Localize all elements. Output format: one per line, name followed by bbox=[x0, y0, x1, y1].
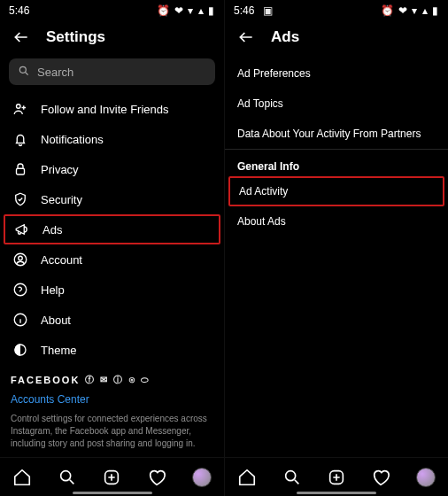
svg-point-1 bbox=[17, 105, 21, 109]
sidebar-item-about[interactable]: About bbox=[0, 305, 224, 335]
status-time: 5:46 bbox=[9, 4, 29, 17]
settings-list: Follow and Invite Friends Notifications … bbox=[0, 94, 224, 457]
back-icon[interactable] bbox=[12, 28, 30, 46]
item-label: Account bbox=[41, 253, 82, 267]
statusbar: 5:46 ⏰ ❤ ▾ ▴ ▮ bbox=[0, 0, 224, 21]
theme-icon bbox=[12, 342, 28, 358]
sidebar-item-account[interactable]: Account bbox=[0, 244, 224, 275]
back-icon[interactable] bbox=[237, 28, 255, 46]
svg-point-10 bbox=[285, 470, 295, 480]
item-label: Help bbox=[41, 283, 65, 297]
profile-avatar[interactable] bbox=[416, 468, 436, 487]
item-label: Security bbox=[41, 193, 82, 206]
svg-point-0 bbox=[19, 66, 26, 73]
home-icon[interactable] bbox=[237, 468, 257, 487]
sidebar-item-theme[interactable]: Theme bbox=[0, 335, 224, 365]
user-circle-icon bbox=[12, 252, 28, 267]
brand-text: FACEBOOK bbox=[11, 375, 80, 385]
general-info-label: General Info bbox=[225, 150, 448, 176]
info-icon bbox=[12, 312, 28, 328]
sidebar-item-notifications[interactable]: Notifications bbox=[0, 124, 224, 154]
search-icon bbox=[18, 65, 30, 80]
status-icons: ⏰ ❤ ▾ ▴ ▮ bbox=[157, 4, 215, 17]
ads-item-topics[interactable]: Ad Topics bbox=[225, 89, 448, 119]
brand-app-icons: ⓕ ✉ ⓘ ⊙ ⬭ bbox=[85, 374, 151, 386]
ads-item-about[interactable]: About Ads bbox=[225, 206, 448, 236]
ads-item-preferences[interactable]: Ad Preferences bbox=[225, 58, 448, 89]
sidebar-item-privacy[interactable]: Privacy bbox=[0, 154, 224, 184]
ad-prefs-list: Ad Preferences Ad Topics Data About Your… bbox=[225, 55, 448, 150]
home-indicator bbox=[73, 492, 152, 494]
item-label: Ads bbox=[42, 223, 62, 236]
accounts-desc: Control settings for connected experienc… bbox=[0, 409, 224, 457]
ads-screen: 5:46 ▣ ⏰ ❤ ▾ ▴ ▮ Ads Ad Preferences Ad T… bbox=[224, 0, 448, 496]
home-icon[interactable] bbox=[12, 468, 32, 487]
footer-brand: FACEBOOK ⓕ ✉ ⓘ ⊙ ⬭ bbox=[0, 365, 224, 390]
accounts-center-link[interactable]: Accounts Center bbox=[0, 390, 224, 409]
activity-icon[interactable] bbox=[371, 468, 390, 487]
profile-avatar[interactable] bbox=[192, 468, 212, 487]
activity-icon[interactable] bbox=[147, 468, 166, 487]
settings-screen: 5:46 ⏰ ❤ ▾ ▴ ▮ Settings Search Follow an… bbox=[0, 0, 224, 496]
sidebar-item-follow[interactable]: Follow and Invite Friends bbox=[0, 94, 224, 124]
help-icon bbox=[12, 282, 28, 298]
bell-icon bbox=[12, 131, 28, 147]
ads-item-activity[interactable]: Ad Activity bbox=[228, 176, 444, 206]
item-label: Theme bbox=[41, 344, 76, 357]
search-nav-icon[interactable] bbox=[58, 468, 77, 487]
lock-icon bbox=[12, 161, 28, 177]
item-label: Privacy bbox=[41, 163, 79, 176]
svg-rect-2 bbox=[17, 168, 25, 174]
shield-icon bbox=[12, 191, 28, 207]
megaphone-icon bbox=[14, 221, 30, 237]
bottom-nav bbox=[225, 457, 448, 496]
svg-point-4 bbox=[19, 256, 23, 260]
svg-point-8 bbox=[61, 470, 71, 480]
item-label: Notifications bbox=[41, 133, 104, 146]
page-title: Ads bbox=[271, 28, 299, 46]
create-icon[interactable] bbox=[102, 468, 121, 487]
sidebar-item-ads[interactable]: Ads bbox=[4, 214, 220, 244]
home-indicator bbox=[297, 492, 376, 494]
create-icon[interactable] bbox=[327, 468, 346, 487]
person-plus-icon bbox=[12, 101, 28, 117]
status-icons: ⏰ ❤ ▾ ▴ ▮ bbox=[381, 4, 439, 17]
bottom-nav bbox=[0, 457, 224, 496]
sidebar-item-help[interactable]: Help bbox=[0, 275, 224, 305]
status-time: 5:46 ▣ bbox=[234, 4, 273, 17]
search-nav-icon[interactable] bbox=[282, 468, 302, 487]
screenshot-icon: ▣ bbox=[263, 4, 273, 17]
ads-item-partner-data[interactable]: Data About Your Activity From Partners bbox=[225, 119, 448, 149]
search-placeholder: Search bbox=[37, 66, 73, 79]
sidebar-item-security[interactable]: Security bbox=[0, 184, 224, 214]
item-label: About bbox=[41, 314, 71, 327]
statusbar: 5:46 ▣ ⏰ ❤ ▾ ▴ ▮ bbox=[225, 0, 448, 21]
header: Ads bbox=[225, 21, 448, 55]
search-input[interactable]: Search bbox=[9, 58, 215, 85]
header: Settings bbox=[0, 21, 224, 55]
page-title: Settings bbox=[46, 28, 105, 46]
svg-point-5 bbox=[14, 283, 27, 296]
item-label: Follow and Invite Friends bbox=[41, 103, 169, 116]
